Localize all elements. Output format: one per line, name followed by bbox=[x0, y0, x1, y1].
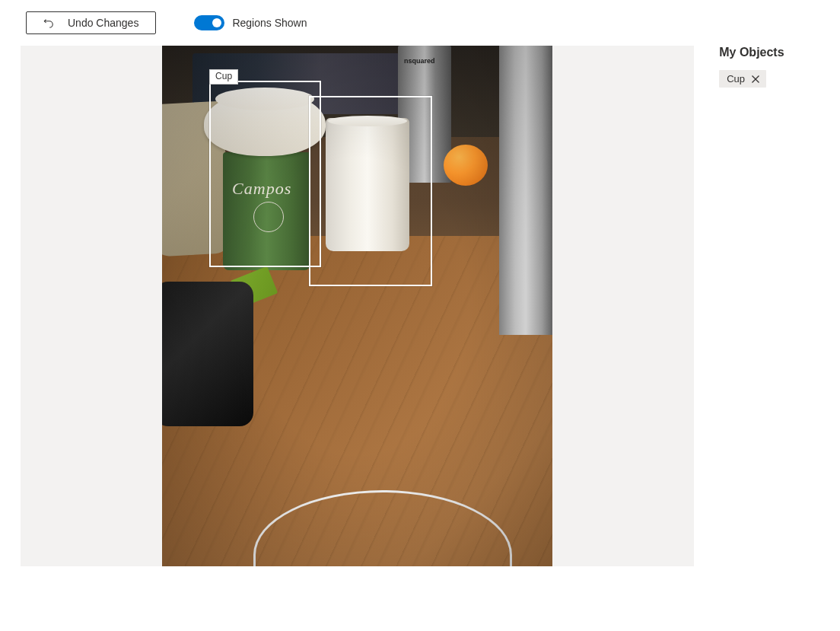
regions-toggle-wrapper: Regions Shown bbox=[194, 15, 307, 30]
regions-toggle-label: Regions Shown bbox=[232, 17, 307, 29]
sidebar-title: My Objects bbox=[719, 46, 819, 59]
objects-sidebar: My Objects Cup bbox=[719, 46, 819, 566]
region-box-1[interactable]: Cup bbox=[209, 81, 321, 267]
undo-label: Undo Changes bbox=[68, 17, 138, 29]
object-tag-label: Cup bbox=[727, 73, 745, 84]
region-box-2[interactable] bbox=[309, 96, 432, 286]
scene-thermos-label: nsquared bbox=[404, 57, 435, 65]
undo-icon bbox=[43, 18, 54, 28]
main-area: nsquared Campos Cup My Objects bbox=[0, 46, 840, 566]
regions-toggle[interactable] bbox=[194, 15, 224, 30]
close-icon[interactable] bbox=[751, 75, 760, 84]
annotated-image[interactable]: nsquared Campos Cup bbox=[162, 46, 552, 566]
toolbar: Undo Changes Regions Shown bbox=[0, 0, 840, 46]
scene-monitor-stand bbox=[499, 46, 552, 335]
scene-orange bbox=[444, 145, 488, 186]
region-label: Cup bbox=[209, 69, 238, 84]
toggle-knob bbox=[212, 18, 221, 27]
undo-button[interactable]: Undo Changes bbox=[26, 11, 156, 34]
image-panel: nsquared Campos Cup bbox=[21, 46, 694, 566]
object-tag-cup[interactable]: Cup bbox=[719, 70, 766, 88]
scene-black-case bbox=[162, 282, 253, 426]
